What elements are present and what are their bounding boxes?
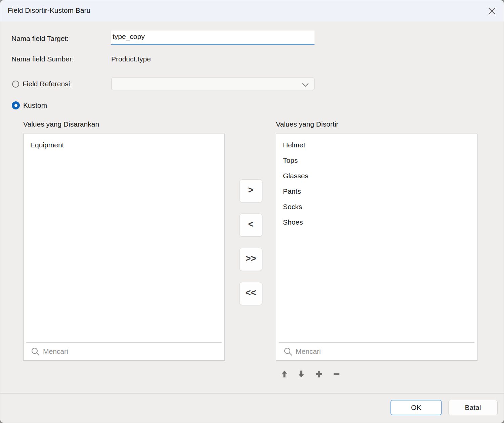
source-field-value: Product.type — [111, 55, 151, 63]
kustom-radio[interactable] — [12, 101, 20, 109]
list-item[interactable]: Glasses — [283, 168, 477, 184]
suggested-values-items: Equipment — [24, 134, 224, 342]
field-referensi-label: Field Referensi: — [23, 80, 72, 88]
sorted-values-list[interactable]: HelmetTopsGlassesPantsSocksShoes — [276, 134, 477, 361]
cancel-button[interactable]: Batal — [448, 400, 498, 415]
footer-divider — [0, 393, 504, 393]
remove-icon[interactable] — [330, 368, 343, 380]
dialog-field-disortir-kustom-baru: Field Disortir-Kustom Baru Nama field Ta… — [0, 0, 504, 423]
titlebar: Field Disortir-Kustom Baru — [0, 0, 504, 21]
search-divider — [279, 342, 474, 343]
list-item[interactable]: Tops — [283, 153, 477, 168]
sorted-search-row — [276, 343, 477, 360]
sorted-search-input[interactable] — [296, 345, 474, 358]
list-item[interactable]: Equipment — [30, 137, 224, 153]
sorted-values-items: HelmetTopsGlassesPantsSocksShoes — [276, 134, 477, 342]
chevron-down-icon — [302, 82, 309, 88]
suggested-values-list[interactable]: Equipment — [23, 134, 225, 361]
list-item[interactable]: Socks — [283, 199, 477, 215]
move-all-left-button[interactable]: << — [239, 282, 262, 305]
move-up-icon[interactable] — [278, 368, 291, 380]
list-item[interactable]: Shoes — [283, 215, 477, 230]
add-icon[interactable] — [312, 368, 325, 380]
suggested-search-row — [24, 343, 224, 360]
suggested-search-input[interactable] — [43, 345, 221, 358]
move-down-icon[interactable] — [295, 368, 307, 380]
reference-field-dropdown[interactable] — [111, 78, 314, 90]
target-field-input[interactable] — [111, 31, 314, 45]
move-right-button[interactable]: > — [239, 179, 262, 202]
field-referensi-radio[interactable] — [12, 81, 19, 88]
ok-button[interactable]: OK — [390, 400, 442, 415]
window-title: Field Disortir-Kustom Baru — [8, 6, 90, 14]
move-all-right-button[interactable]: >> — [239, 248, 262, 271]
kustom-label: Kustom — [23, 101, 47, 109]
target-field-label: Nama field Target: — [11, 35, 69, 43]
search-icon — [284, 347, 293, 358]
sorted-values-header: Values yang Disortir — [276, 120, 338, 128]
search-icon — [31, 347, 40, 358]
list-item[interactable]: Pants — [283, 184, 477, 199]
list-item[interactable]: Helmet — [283, 137, 477, 153]
search-divider — [26, 342, 222, 343]
suggested-values-header: Values yang Disarankan — [23, 120, 99, 128]
close-icon[interactable] — [486, 5, 498, 17]
move-left-button[interactable]: < — [239, 214, 262, 237]
source-field-label: Nama field Sumber: — [11, 55, 74, 63]
